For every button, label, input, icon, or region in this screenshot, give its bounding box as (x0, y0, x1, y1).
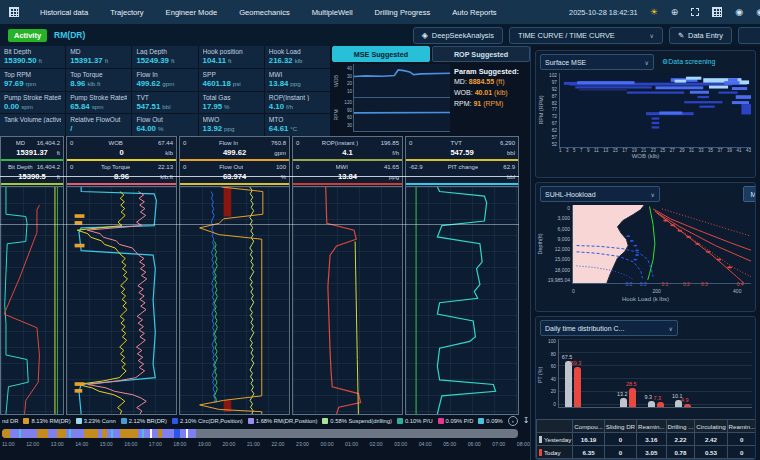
clipped-edge-icon[interactable]: ◉ (756, 8, 760, 17)
value-cursor-line[interactable] (0, 176, 519, 177)
track-header: 0Flow In760.8499.62gpm0Flow Out10063.974… (179, 136, 290, 186)
chevron-down-icon: ∨ (669, 325, 673, 332)
daily-table-row: Yesterday16.1903.162.222.420 (537, 433, 757, 446)
metric-cell: Relative FlowOut/ (66, 114, 131, 136)
metric-unit: rpm (26, 80, 37, 87)
legend-label: nd DR (2, 418, 18, 424)
track-header: 0ROP(instant )196.854.1f/h0MWI41.6513.84… (292, 136, 403, 186)
nav-item-historical-data[interactable]: Historical data (29, 8, 99, 17)
deepseek-analysis-button[interactable]: ◈ DeepSeekAnalysis (413, 27, 503, 44)
curve-unit: ppg (389, 174, 399, 180)
daily-row-swatch (539, 449, 542, 456)
mini-axis-text: RPM (333, 109, 339, 120)
hookload-chart (572, 205, 751, 284)
apps-grid-icon[interactable] (712, 7, 722, 17)
legend-swatch (478, 418, 484, 424)
curve-header: MD16,404.215391.37ft (1, 137, 63, 161)
metric-label: Hook Load (269, 48, 326, 55)
mini-tick: 30 (340, 123, 352, 128)
mini-tick: 10 (340, 89, 352, 94)
curve-min: 0 (183, 140, 186, 146)
hookload-xlabel: Hook Load (k lbs) (536, 296, 755, 302)
fullscreen-icon[interactable] (691, 8, 699, 16)
hookload-select[interactable]: SUHL-Hookload ∨ (540, 186, 660, 202)
nav-item-engineer-mode[interactable]: Engineer Mode (155, 8, 229, 17)
user-circle-icon[interactable]: ◉ (735, 8, 743, 17)
mse-xtick: 27 (670, 148, 675, 153)
nav-item-drilling-progress[interactable]: Drilling Progress (364, 8, 442, 17)
tab-mse-suggested[interactable]: MSE Suggested (332, 46, 430, 62)
clipped-edge-button[interactable] (738, 27, 760, 44)
legend-expand-icon[interactable]: › (508, 416, 518, 426)
daily-table-header: Compou...Sliding DRReamin...Drilling ...… (537, 420, 757, 433)
metric-unit: % (224, 103, 230, 110)
metric-label: Lag Depth (136, 48, 193, 55)
metric-value: 15391.37ft (70, 56, 127, 65)
nav-item-multiplewell[interactable]: MultipleWell (301, 8, 364, 17)
theme-sun-icon[interactable]: ☀ (650, 8, 658, 17)
curve-unit: ft (57, 174, 60, 180)
timeline-segment (158, 429, 162, 438)
curve-header: 0Flow In760.8499.62gpm (180, 137, 289, 161)
metric-value: 216.32klb (269, 56, 326, 65)
nav-item-trajectory[interactable]: Trajectory (99, 8, 154, 17)
nav-item-auto-reports[interactable]: Auto Reports (441, 8, 507, 17)
curve-value-row: 0klb (67, 148, 176, 160)
mse-xtick: 13 (603, 148, 608, 153)
track-plot (0, 186, 64, 415)
metric-cell: Bit Depth15390.50ft (0, 46, 65, 68)
curve-scale-row: 0TVT6,290 (406, 137, 518, 148)
time-cursor-line[interactable] (0, 224, 519, 225)
mse-xtick: 11 (594, 148, 599, 153)
nav-item-geomechanics[interactable]: Geomechanics (228, 8, 301, 17)
curve-value: 15391.37 (1, 148, 63, 157)
daily-time-select[interactable]: Daily time distribution C... ∨ (540, 320, 678, 336)
data-screening-link[interactable]: ⚙Data screening (662, 58, 715, 66)
daily-col-header (537, 420, 573, 433)
curve-value-row: 63.974% (180, 172, 289, 184)
daily-col-header: Compou... (573, 420, 605, 433)
timeline-segment (57, 429, 66, 438)
activity-timeline-bar[interactable] (2, 429, 518, 438)
legend-item: 3.23% Conn (76, 418, 116, 424)
top-nav: Historical dataTrajectoryEngineer ModeGe… (0, 0, 760, 24)
mse-ytick: 62 (545, 128, 557, 133)
metric-unit: ppg (224, 125, 234, 132)
tab-rop-suggested[interactable]: ROP Suggested (432, 46, 530, 62)
curve-mode-select[interactable]: TIME CURVE / TIME CURVE ∨ (509, 27, 663, 44)
curve-unit: f/h (392, 150, 399, 156)
surface-mse-select[interactable]: Surface MSE ∨ (540, 54, 654, 70)
app-menu-icon[interactable] (9, 7, 19, 17)
legend-label: 1.68% RM(DR,Position) (256, 418, 318, 424)
metric-unit: ft (228, 57, 231, 64)
metric-label: Flow In (136, 71, 193, 78)
timeline-tick: 19:00 (198, 441, 211, 447)
metric-unit: gpm (162, 80, 174, 87)
manual-button[interactable]: Man (743, 186, 756, 202)
drilling-dashboard: Historical dataTrajectoryEngineer ModeGe… (0, 0, 760, 460)
curve-unit: ft (57, 150, 60, 156)
daily-bar-value: 4.9 (681, 397, 689, 403)
metric-value: 15390.50ft (4, 56, 61, 65)
metric-value: 104.11ft (203, 56, 260, 65)
daily-cell: 0 (604, 446, 636, 459)
daily-bar-today (629, 388, 636, 407)
metric-unit: % (158, 125, 164, 132)
curve-unit: % (281, 174, 286, 180)
surface-mse-select-value: Surface MSE (545, 59, 586, 66)
metric-cell: Pump Stroke Rate#20.00spm (0, 92, 65, 114)
metric-label: Pump Stroke Rate#3 (70, 94, 127, 101)
timeline-tick: 13:00 (51, 441, 64, 447)
deepseek-analysis-label: DeepSeekAnalysis (432, 31, 494, 40)
curve-name: Bit Depth (8, 164, 33, 170)
mse-heatmap-row: RPM (RPM) 10297928782777267625752 (536, 73, 755, 148)
language-globe-icon[interactable]: ⊕ (671, 8, 679, 17)
hookload-ytick: 6,000 (545, 226, 570, 232)
data-entry-button[interactable]: ✎ Data Entry (669, 27, 732, 44)
curve-max: 67.44 (158, 140, 173, 146)
metric-unit: ft (105, 57, 108, 64)
metric-label: Hook position (203, 48, 260, 55)
daily-ytick: 100 (545, 339, 556, 344)
legend-download-icon[interactable]: ↧ (523, 417, 530, 425)
hookload-ytick: 19,985.04 (545, 277, 570, 283)
